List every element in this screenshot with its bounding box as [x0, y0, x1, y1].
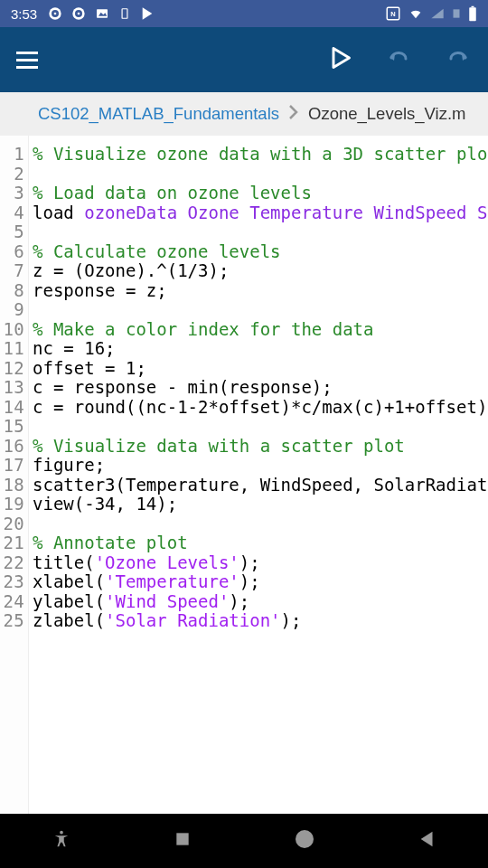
overview-button[interactable] [166, 823, 199, 859]
code-content[interactable]: % Visualize ozone data with a 3D scatter… [29, 136, 488, 814]
play-icon [327, 45, 352, 71]
breadcrumb-parent[interactable]: CS102_MATLAB_Fundamentals [38, 104, 279, 124]
status-left: 3:53 [11, 6, 155, 22]
breadcrumb: CS102_MATLAB_Fundamentals Ozone_Levels_V… [0, 92, 488, 136]
svg-marker-16 [333, 49, 350, 68]
redo-button[interactable] [441, 43, 475, 76]
app-icon-2 [71, 6, 86, 21]
signal-icon [430, 6, 445, 21]
svg-rect-14 [469, 7, 476, 21]
accessibility-icon [52, 829, 71, 849]
redo-icon [445, 47, 472, 69]
device-icon [118, 6, 131, 21]
system-nav-bar [0, 814, 488, 868]
svg-point-2 [54, 13, 57, 15]
app-bar [0, 27, 488, 92]
app-icon-1 [48, 6, 62, 21]
circle-icon [294, 828, 315, 850]
svg-point-21 [296, 830, 314, 848]
status-bar: 3:53 N [0, 0, 488, 27]
no-sim-icon [450, 6, 463, 21]
undo-icon [385, 47, 412, 69]
svg-rect-15 [472, 6, 474, 8]
menu-button[interactable] [13, 48, 42, 72]
nfc-icon: N [385, 5, 401, 22]
play-store-icon [140, 6, 155, 21]
back-button[interactable] [410, 822, 445, 860]
battery-icon [468, 5, 477, 22]
svg-marker-9 [143, 7, 153, 19]
status-right: N [385, 5, 477, 22]
undo-button[interactable] [381, 43, 416, 76]
status-time: 3:53 [11, 6, 37, 22]
svg-text:N: N [390, 10, 395, 18]
svg-rect-8 [122, 9, 127, 19]
svg-rect-20 [176, 833, 188, 844]
svg-marker-22 [420, 832, 432, 847]
run-button[interactable] [324, 42, 356, 78]
svg-rect-13 [454, 9, 460, 17]
accessibility-button[interactable] [44, 822, 79, 860]
app-actions [324, 42, 475, 78]
square-icon [174, 830, 192, 848]
svg-point-5 [78, 13, 80, 15]
line-gutter: 1234567891011121314151617181920212223242… [0, 136, 29, 814]
code-editor[interactable]: 1234567891011121314151617181920212223242… [0, 136, 488, 814]
svg-point-19 [60, 831, 63, 835]
status-notification-icons [48, 6, 155, 21]
breadcrumb-current: Ozone_Levels_Viz.m [308, 104, 465, 124]
home-button[interactable] [286, 821, 323, 861]
wifi-icon [407, 6, 425, 21]
images-icon [95, 6, 109, 21]
chevron-right-icon [288, 104, 299, 125]
triangle-left-icon [418, 829, 437, 849]
svg-marker-12 [431, 9, 443, 19]
